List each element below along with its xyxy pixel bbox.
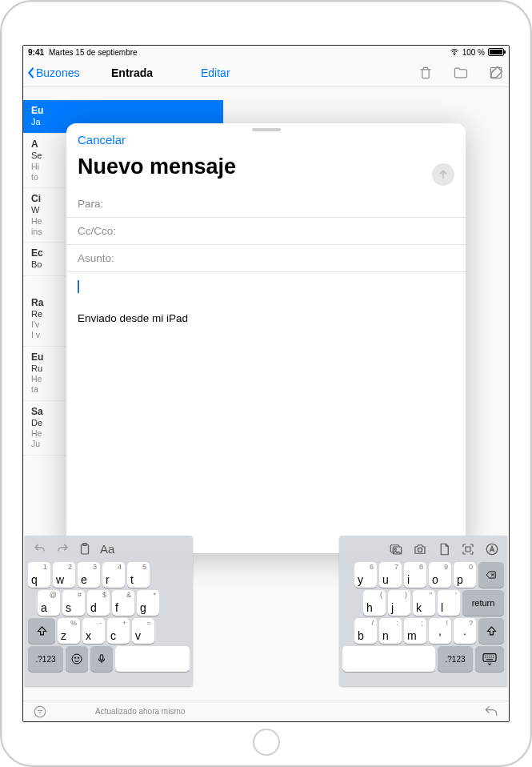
- svg-rect-13: [466, 547, 470, 552]
- cc-label: Cc/Cco:: [78, 225, 116, 237]
- emoji-icon: [70, 653, 83, 665]
- trash-icon[interactable]: [418, 65, 434, 81]
- numeric-key-right[interactable]: .?123: [438, 646, 473, 672]
- key-b[interactable]: /b: [354, 618, 377, 644]
- key-y[interactable]: 6y: [354, 562, 377, 588]
- space-key-right[interactable]: [342, 646, 435, 672]
- key-i[interactable]: 8i: [404, 562, 426, 588]
- status-battery-text: 100 %: [462, 48, 485, 57]
- keyboard-icon: [482, 653, 498, 665]
- mail-sender: Eu: [31, 105, 217, 117]
- edit-button[interactable]: Editar: [201, 66, 230, 79]
- chevron-left-icon: [26, 66, 36, 79]
- key-period[interactable]: ?.: [454, 618, 476, 644]
- format-button[interactable]: Aa: [100, 542, 114, 556]
- status-date: Martes 15 de septiembre: [49, 48, 138, 57]
- cc-field[interactable]: Cc/Cco:: [66, 218, 466, 245]
- key-t[interactable]: 5t: [127, 562, 150, 588]
- status-time: 9:41: [28, 48, 44, 57]
- key-l[interactable]: 'l: [438, 590, 460, 616]
- keyboard-left-half: Aa 1q 2w 3e 4r 5t @a #s $d &f *g: [25, 536, 193, 686]
- svg-point-7: [78, 657, 78, 658]
- key-x[interactable]: -x: [82, 618, 105, 644]
- markup-icon[interactable]: [485, 542, 499, 556]
- key-c[interactable]: +c: [107, 618, 130, 644]
- svg-point-6: [74, 657, 75, 658]
- backspace-key[interactable]: [478, 562, 504, 588]
- key-m[interactable]: ;m: [404, 618, 426, 644]
- arrow-up-icon: [437, 168, 450, 181]
- wifi-icon: [450, 47, 459, 57]
- reply-icon[interactable]: [483, 704, 499, 720]
- battery-icon: [488, 48, 504, 56]
- key-r[interactable]: 4r: [102, 562, 125, 588]
- updated-label: Actualizado ahora mismo: [95, 707, 185, 716]
- key-w[interactable]: 2w: [53, 562, 75, 588]
- shift-key-right[interactable]: [478, 618, 504, 644]
- dictation-key[interactable]: [90, 646, 113, 672]
- key-d[interactable]: $d: [87, 590, 110, 616]
- backspace-icon: [484, 569, 498, 580]
- compose-title: Nuevo mensaje: [78, 155, 454, 179]
- key-h[interactable]: (h: [363, 590, 386, 616]
- return-key[interactable]: return: [462, 590, 504, 616]
- key-o[interactable]: 9o: [429, 562, 451, 588]
- undo-icon[interactable]: [33, 542, 47, 556]
- folder-icon[interactable]: [453, 65, 469, 81]
- subject-field[interactable]: Asunto:: [66, 245, 466, 272]
- compose-icon[interactable]: [488, 65, 504, 81]
- inbox-title: Entrada: [111, 66, 153, 79]
- cancel-button[interactable]: Cancelar: [78, 133, 454, 147]
- mic-icon: [96, 653, 107, 665]
- key-q[interactable]: 1q: [28, 562, 50, 588]
- key-f[interactable]: &f: [112, 590, 134, 616]
- emoji-key[interactable]: [66, 646, 88, 672]
- mail-footer: Actualizado ahora mismo: [23, 701, 509, 721]
- key-v[interactable]: =v: [132, 618, 154, 644]
- svg-point-5: [72, 654, 82, 664]
- sheet-grabber[interactable]: [252, 128, 281, 131]
- document-icon[interactable]: [437, 542, 451, 556]
- filter-icon[interactable]: [33, 705, 47, 719]
- key-s[interactable]: #s: [62, 590, 85, 616]
- shift-key[interactable]: [28, 618, 55, 644]
- photos-icon[interactable]: [389, 542, 403, 556]
- key-n[interactable]: :n: [379, 618, 402, 644]
- back-button[interactable]: Buzones: [26, 66, 79, 79]
- to-field[interactable]: Para:: [66, 191, 466, 218]
- text-cursor: [78, 280, 79, 293]
- back-label: Buzones: [36, 66, 79, 79]
- keyboard-toolbar-right: [342, 539, 504, 560]
- key-a[interactable]: @a: [38, 590, 60, 616]
- key-u[interactable]: 7u: [379, 562, 402, 588]
- key-j[interactable]: )j: [388, 590, 410, 616]
- key-comma[interactable]: !,: [429, 618, 451, 644]
- scan-icon[interactable]: [461, 542, 475, 556]
- status-bar: 9:41 Martes 15 de septiembre 100 %: [23, 46, 509, 58]
- key-k[interactable]: "k: [413, 590, 435, 616]
- key-z[interactable]: %z: [58, 618, 80, 644]
- redo-icon[interactable]: [55, 542, 70, 556]
- key-g[interactable]: *g: [137, 590, 159, 616]
- camera-icon[interactable]: [413, 542, 427, 556]
- screen: 9:41 Martes 15 de septiembre 100 % Buzon…: [22, 45, 510, 722]
- home-button[interactable]: [253, 729, 280, 756]
- numeric-key[interactable]: .?123: [28, 646, 63, 672]
- svg-point-2: [34, 706, 46, 717]
- compose-body[interactable]: Enviado desde mi iPad: [66, 272, 466, 332]
- subject-label: Asunto:: [78, 252, 114, 264]
- svg-point-12: [418, 548, 422, 552]
- svg-point-0: [454, 54, 454, 55]
- signature: Enviado desde mi iPad: [78, 312, 454, 324]
- ipad-frame: 9:41 Martes 15 de septiembre 100 % Buzon…: [0, 0, 532, 767]
- shift-icon: [486, 625, 498, 637]
- space-key-left[interactable]: [115, 646, 190, 672]
- mail-navbar: Buzones Entrada Editar: [23, 58, 509, 87]
- key-p[interactable]: 0p: [454, 562, 476, 588]
- send-button[interactable]: [432, 163, 454, 186]
- shift-icon: [36, 625, 48, 637]
- hide-keyboard-key[interactable]: [475, 646, 504, 672]
- key-e[interactable]: 3e: [78, 562, 100, 588]
- to-label: Para:: [78, 198, 103, 210]
- clipboard-icon[interactable]: [78, 542, 92, 556]
